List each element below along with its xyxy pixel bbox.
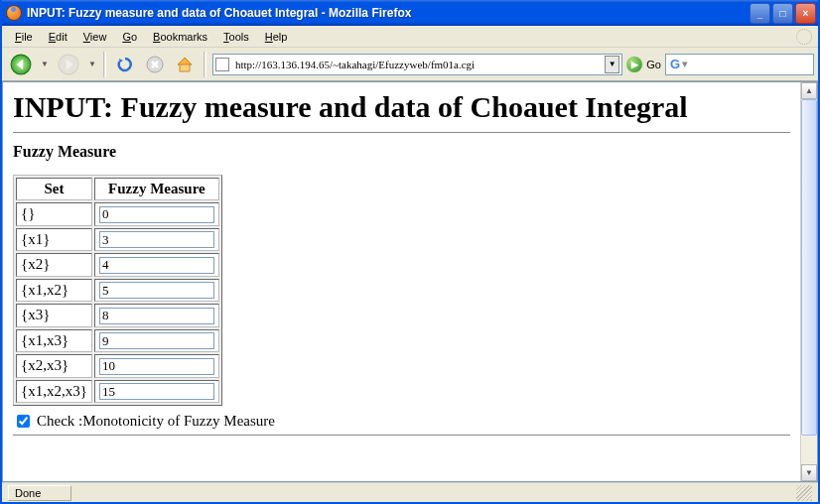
go-icon[interactable]: ▶ bbox=[626, 57, 642, 72]
menu-view[interactable]: View bbox=[76, 29, 114, 45]
resize-grip[interactable] bbox=[796, 485, 812, 501]
th-fm: Fuzzy Measure bbox=[94, 178, 219, 200]
url-dropdown[interactable]: ▼ bbox=[605, 56, 619, 73]
fm-input[interactable] bbox=[99, 282, 214, 299]
vertical-scrollbar[interactable]: ▲ ▼ bbox=[800, 82, 817, 481]
fuzzy-measure-table: SetFuzzy Measure {} {x1} {x2} {x1,x2} {x… bbox=[13, 175, 222, 406]
fm-input[interactable] bbox=[99, 257, 214, 274]
search-box[interactable]: G▾ bbox=[665, 54, 814, 75]
window-title: INPUT: Fuzzy measure and data of Choauet… bbox=[27, 6, 750, 20]
table-row: {x1} bbox=[16, 228, 219, 252]
maximize-button[interactable]: □ bbox=[772, 3, 793, 24]
page-heading: INPUT: Fuzzy measure and data of Choauet… bbox=[13, 90, 790, 124]
divider bbox=[13, 132, 790, 133]
fm-input[interactable] bbox=[99, 308, 214, 324]
titlebar[interactable]: INPUT: Fuzzy measure and data of Choauet… bbox=[2, 0, 818, 26]
status-text: Done bbox=[8, 485, 71, 501]
url-input[interactable] bbox=[233, 58, 605, 71]
firefox-icon bbox=[6, 5, 22, 21]
table-row: {x3} bbox=[16, 304, 219, 327]
google-icon: G bbox=[670, 57, 680, 71]
menu-bookmarks[interactable]: Bookmarks bbox=[146, 29, 214, 45]
table-row: {} bbox=[16, 202, 219, 226]
scroll-track[interactable] bbox=[801, 99, 817, 464]
fm-input[interactable] bbox=[99, 358, 214, 375]
table-row: {x2,x3} bbox=[16, 354, 219, 378]
monotonicity-label: Check :Monotonicity of Fuzzy Measure bbox=[37, 413, 275, 430]
throbber-icon bbox=[796, 29, 812, 45]
url-bar[interactable]: ▼ bbox=[212, 54, 622, 75]
page-icon bbox=[215, 58, 229, 71]
scroll-down-button[interactable]: ▼ bbox=[801, 464, 817, 481]
fm-input[interactable] bbox=[99, 231, 214, 248]
home-button[interactable] bbox=[172, 52, 198, 77]
table-row: {x1,x2} bbox=[16, 279, 219, 303]
minimize-button[interactable]: _ bbox=[750, 3, 770, 24]
table-row: {x1,x3} bbox=[16, 329, 219, 353]
th-set: Set bbox=[16, 178, 92, 200]
table-row: {x1,x2,x3} bbox=[16, 380, 219, 404]
close-button[interactable]: × bbox=[795, 3, 816, 24]
menu-tools[interactable]: Tools bbox=[216, 29, 256, 45]
fm-input[interactable] bbox=[99, 206, 214, 223]
reload-button[interactable] bbox=[112, 52, 138, 77]
menubar: File Edit View Go Bookmarks Tools Help bbox=[2, 26, 818, 48]
fm-input[interactable] bbox=[99, 383, 214, 400]
statusbar: Done bbox=[2, 482, 818, 502]
menu-help[interactable]: Help bbox=[258, 29, 295, 45]
toolbar: ▼ ▼ ▼ ▶ Go G▾ bbox=[2, 48, 818, 81]
menu-go[interactable]: Go bbox=[115, 29, 144, 45]
scroll-up-button[interactable]: ▲ bbox=[801, 82, 817, 99]
go-label: Go bbox=[646, 59, 661, 70]
back-dropdown[interactable]: ▼ bbox=[40, 60, 50, 68]
menu-edit[interactable]: Edit bbox=[42, 29, 74, 45]
table-row: {x2} bbox=[16, 253, 219, 277]
scroll-thumb[interactable] bbox=[801, 99, 817, 436]
section-heading: Fuzzy Measure bbox=[13, 143, 790, 161]
menu-file[interactable]: File bbox=[8, 29, 40, 45]
forward-dropdown[interactable]: ▼ bbox=[87, 60, 97, 68]
page-content: INPUT: Fuzzy measure and data of Choauet… bbox=[3, 82, 800, 481]
divider bbox=[13, 435, 790, 436]
forward-button bbox=[54, 52, 83, 77]
stop-button bbox=[142, 52, 168, 77]
fm-input[interactable] bbox=[99, 332, 214, 349]
monotonicity-checkbox[interactable] bbox=[17, 415, 30, 428]
back-button[interactable] bbox=[6, 52, 36, 77]
